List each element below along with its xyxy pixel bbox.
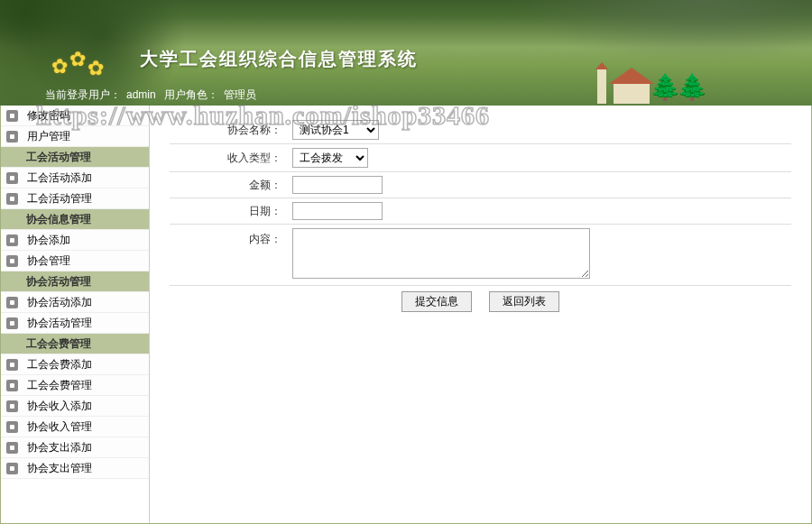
- amount-input[interactable]: [292, 176, 383, 194]
- submit-button[interactable]: 提交信息: [401, 291, 472, 312]
- flower-icon: [50, 57, 69, 77]
- back-button[interactable]: 返回列表: [489, 291, 559, 312]
- bullet-icon: [6, 421, 18, 433]
- user-role-label: 用户角色：: [164, 88, 218, 101]
- bullet-icon: [6, 463, 18, 474]
- sidebar-item[interactable]: 协会活动添加: [1, 292, 149, 313]
- login-user-label: 当前登录用户：: [45, 88, 121, 101]
- flower-icon: [86, 59, 106, 78]
- sidebar-header-label: 工会活动管理: [26, 150, 91, 165]
- form-table: 协会名称： 测试协会1 收入类型： 工会拨发 金额：: [170, 116, 791, 286]
- sidebar-item-label: 协会支出管理: [27, 461, 92, 476]
- page-title: 大学工会组织综合信息管理系统: [140, 47, 418, 71]
- login-user-value: admin: [126, 88, 156, 101]
- bullet-icon: [6, 317, 18, 329]
- sidebar-item[interactable]: 修改密码: [1, 106, 149, 126]
- sidebar-item[interactable]: 工会会费管理: [1, 375, 149, 396]
- content-textarea[interactable]: [292, 228, 590, 279]
- content-pane: 协会名称： 测试协会1 收入类型： 工会拨发 金额：: [150, 106, 811, 523]
- sidebar-item[interactable]: 协会管理: [1, 251, 149, 271]
- banner-trees: 🌲🌲: [650, 72, 704, 102]
- amount-label: 金额：: [170, 172, 287, 198]
- income-type-select[interactable]: 工会拨发: [292, 148, 368, 168]
- bullet-icon: [6, 131, 18, 142]
- assoc-name-label: 协会名称：: [170, 116, 287, 144]
- sidebar-header-label: 工会会费管理: [26, 336, 91, 352]
- sidebar-header: 工会会费管理: [1, 334, 149, 354]
- sidebar-header-label: 协会活动管理: [26, 274, 91, 290]
- sidebar-item[interactable]: 工会活动添加: [1, 168, 149, 188]
- bullet-icon: [6, 380, 18, 391]
- sidebar-item-label: 协会收入添加: [27, 399, 92, 414]
- sidebar-header: 协会信息管理: [1, 209, 149, 230]
- bullet-icon: [6, 442, 18, 454]
- sidebar-item-label: 工会会费添加: [27, 357, 92, 372]
- sidebar-item-label: 协会支出添加: [27, 440, 92, 455]
- bullet-icon: [6, 110, 18, 122]
- sidebar-item[interactable]: 协会支出管理: [1, 458, 149, 479]
- income-type-label: 收入类型：: [170, 144, 287, 172]
- sidebar-item-label: 协会活动管理: [27, 316, 92, 331]
- sidebar-item-label: 协会活动添加: [27, 295, 92, 310]
- form-button-row: 提交信息 返回列表: [170, 286, 791, 312]
- sidebar-item[interactable]: 协会添加: [1, 230, 149, 251]
- sidebar-item-label: 协会添加: [27, 233, 70, 248]
- user-info-bar: 当前登录用户：admin 用户角色：管理员: [45, 87, 262, 103]
- sidebar-header: 协会活动管理: [1, 271, 149, 292]
- sidebar-item-label: 用户管理: [27, 129, 70, 144]
- sidebar-header-label: 协会信息管理: [26, 212, 91, 227]
- header-banner: 🌲🌲 大学工会组织综合信息管理系统 当前登录用户：admin 用户角色：管理员: [0, 0, 812, 106]
- sidebar-item-label: 工会活动管理: [27, 191, 92, 207]
- sidebar-item-label: 协会收入管理: [27, 419, 92, 435]
- bullet-icon: [6, 255, 18, 267]
- bullet-icon: [6, 193, 18, 205]
- bullet-icon: [6, 297, 18, 308]
- sidebar-item-label: 工会活动添加: [27, 170, 92, 186]
- user-role-value: 管理员: [224, 88, 256, 101]
- sidebar-item[interactable]: 工会活动管理: [1, 188, 149, 209]
- sidebar-item[interactable]: 协会收入添加: [1, 396, 149, 417]
- sidebar-item[interactable]: 协会收入管理: [1, 417, 149, 437]
- sidebar-item[interactable]: 用户管理: [1, 126, 149, 147]
- flower-icon: [68, 50, 88, 69]
- sidebar-item-label: 工会会费管理: [27, 378, 92, 393]
- sidebar-item[interactable]: 协会活动管理: [1, 313, 149, 334]
- date-input[interactable]: [292, 202, 383, 220]
- date-label: 日期：: [170, 198, 287, 225]
- sidebar-header: 工会活动管理: [1, 147, 149, 168]
- sidebar-item-label: 修改密码: [27, 108, 70, 124]
- sidebar-item-label: 协会管理: [27, 253, 70, 269]
- bullet-icon: [6, 172, 18, 184]
- content-label: 内容：: [170, 225, 287, 286]
- sidebar[interactable]: 修改密码用户管理工会活动管理工会活动添加工会活动管理协会信息管理协会添加协会管理…: [1, 106, 150, 523]
- bullet-icon: [6, 400, 18, 412]
- main-area: 修改密码用户管理工会活动管理工会活动添加工会活动管理协会信息管理协会添加协会管理…: [0, 106, 812, 524]
- sidebar-item[interactable]: 工会会费添加: [1, 354, 149, 375]
- sidebar-item[interactable]: 协会支出添加: [1, 437, 149, 458]
- assoc-name-select[interactable]: 测试协会1: [292, 120, 379, 140]
- bullet-icon: [6, 359, 18, 371]
- bullet-icon: [6, 234, 18, 246]
